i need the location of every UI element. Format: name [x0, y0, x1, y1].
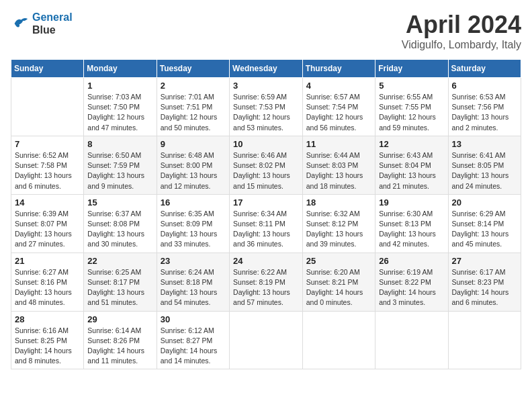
day-info: Sunrise: 6:34 AMSunset: 8:11 PMDaylight:… [233, 209, 299, 250]
day-number: 25 [306, 256, 371, 266]
day-number: 4 [306, 81, 371, 91]
day-number: 7 [15, 139, 80, 149]
day-number: 5 [379, 81, 444, 91]
calendar-cell: 20Sunrise: 6:29 AMSunset: 8:14 PMDayligh… [448, 194, 521, 253]
day-info: Sunrise: 7:01 AMSunset: 7:51 PMDaylight:… [161, 92, 226, 133]
day-number: 16 [161, 197, 226, 208]
logo-icon [11, 14, 30, 33]
calendar-cell: 27Sunrise: 6:17 AMSunset: 8:23 PMDayligh… [448, 253, 521, 311]
day-info: Sunrise: 6:32 AMSunset: 8:12 PMDaylight:… [306, 209, 371, 250]
calendar-cell: 8Sunrise: 6:50 AMSunset: 7:59 PMDaylight… [84, 136, 157, 194]
weekday-header: Monday [84, 60, 157, 78]
day-number: 19 [379, 197, 444, 208]
calendar-table: SundayMondayTuesdayWednesdayThursdayFrid… [11, 59, 521, 369]
weekday-header: Tuesday [157, 60, 229, 78]
calendar-week-row: 1Sunrise: 7:03 AMSunset: 7:50 PMDaylight… [11, 78, 521, 136]
day-info: Sunrise: 6:43 AMSunset: 8:04 PMDaylight:… [379, 150, 444, 191]
logo: General Blue [11, 11, 73, 36]
day-number: 6 [452, 81, 517, 91]
day-number: 10 [233, 139, 299, 149]
day-number: 29 [87, 314, 152, 324]
calendar-cell: 11Sunrise: 6:44 AMSunset: 8:03 PMDayligh… [302, 136, 375, 194]
day-info: Sunrise: 6:20 AMSunset: 8:21 PMDaylight:… [306, 267, 371, 308]
calendar-cell: 16Sunrise: 6:35 AMSunset: 8:09 PMDayligh… [157, 194, 229, 253]
weekday-header: Sunday [11, 60, 84, 78]
day-number: 3 [233, 81, 299, 91]
calendar-cell: 13Sunrise: 6:41 AMSunset: 8:05 PMDayligh… [448, 136, 521, 194]
calendar-cell: 17Sunrise: 6:34 AMSunset: 8:11 PMDayligh… [230, 194, 303, 253]
calendar-cell: 28Sunrise: 6:16 AMSunset: 8:25 PMDayligh… [11, 311, 84, 369]
day-info: Sunrise: 6:14 AMSunset: 8:26 PMDaylight:… [87, 326, 152, 367]
calendar-cell: 18Sunrise: 6:32 AMSunset: 8:12 PMDayligh… [302, 194, 375, 253]
day-number: 28 [15, 314, 80, 324]
calendar-cell: 2Sunrise: 7:01 AMSunset: 7:51 PMDaylight… [157, 78, 229, 136]
day-number: 22 [87, 256, 152, 266]
day-info: Sunrise: 6:59 AMSunset: 7:53 PMDaylight:… [233, 92, 299, 133]
calendar-week-row: 21Sunrise: 6:27 AMSunset: 8:16 PMDayligh… [11, 253, 521, 311]
day-info: Sunrise: 7:03 AMSunset: 7:50 PMDaylight:… [87, 92, 152, 133]
day-info: Sunrise: 6:35 AMSunset: 8:09 PMDaylight:… [161, 209, 226, 250]
day-number: 9 [161, 139, 226, 149]
calendar-cell: 29Sunrise: 6:14 AMSunset: 8:26 PMDayligh… [84, 311, 157, 369]
calendar-cell: 26Sunrise: 6:19 AMSunset: 8:22 PMDayligh… [375, 253, 448, 311]
day-number: 17 [233, 197, 299, 208]
calendar-cell [230, 311, 303, 369]
calendar-cell: 12Sunrise: 6:43 AMSunset: 8:04 PMDayligh… [375, 136, 448, 194]
day-info: Sunrise: 6:44 AMSunset: 8:03 PMDaylight:… [306, 150, 371, 191]
day-info: Sunrise: 6:52 AMSunset: 7:58 PMDaylight:… [15, 150, 80, 191]
calendar-cell: 10Sunrise: 6:46 AMSunset: 8:02 PMDayligh… [230, 136, 303, 194]
calendar-cell: 7Sunrise: 6:52 AMSunset: 7:58 PMDaylight… [11, 136, 84, 194]
calendar-cell: 6Sunrise: 6:53 AMSunset: 7:56 PMDaylight… [448, 78, 521, 136]
calendar-cell: 15Sunrise: 6:37 AMSunset: 8:08 PMDayligh… [84, 194, 157, 253]
calendar-cell: 14Sunrise: 6:39 AMSunset: 8:07 PMDayligh… [11, 194, 84, 253]
day-info: Sunrise: 6:39 AMSunset: 8:07 PMDaylight:… [15, 209, 80, 250]
day-info: Sunrise: 6:29 AMSunset: 8:14 PMDaylight:… [452, 209, 517, 250]
day-number: 21 [15, 256, 80, 266]
title-block: April 2024 Vidigulfo, Lombardy, Italy [402, 11, 521, 51]
day-info: Sunrise: 6:55 AMSunset: 7:55 PMDaylight:… [379, 92, 444, 133]
day-info: Sunrise: 6:57 AMSunset: 7:54 PMDaylight:… [306, 92, 371, 133]
location-title: Vidigulfo, Lombardy, Italy [402, 39, 521, 51]
day-number: 23 [161, 256, 226, 266]
day-info: Sunrise: 6:53 AMSunset: 7:56 PMDaylight:… [452, 92, 517, 133]
day-number: 12 [379, 139, 444, 149]
calendar-week-row: 28Sunrise: 6:16 AMSunset: 8:25 PMDayligh… [11, 311, 521, 369]
logo-text: General Blue [32, 11, 73, 36]
calendar-header-row: SundayMondayTuesdayWednesdayThursdayFrid… [11, 60, 521, 78]
day-number: 27 [452, 256, 517, 266]
day-info: Sunrise: 6:46 AMSunset: 8:02 PMDaylight:… [233, 150, 299, 191]
calendar-cell [11, 78, 84, 136]
month-title: April 2024 [402, 11, 521, 39]
calendar-cell: 25Sunrise: 6:20 AMSunset: 8:21 PMDayligh… [302, 253, 375, 311]
day-info: Sunrise: 6:30 AMSunset: 8:13 PMDaylight:… [379, 209, 444, 250]
day-info: Sunrise: 6:24 AMSunset: 8:18 PMDaylight:… [161, 267, 226, 308]
day-info: Sunrise: 6:25 AMSunset: 8:17 PMDaylight:… [87, 267, 152, 308]
day-number: 11 [306, 139, 371, 149]
calendar-cell: 30Sunrise: 6:12 AMSunset: 8:27 PMDayligh… [157, 311, 229, 369]
day-info: Sunrise: 6:12 AMSunset: 8:27 PMDaylight:… [161, 326, 226, 367]
day-info: Sunrise: 6:16 AMSunset: 8:25 PMDaylight:… [15, 326, 80, 367]
calendar-cell: 1Sunrise: 7:03 AMSunset: 7:50 PMDaylight… [84, 78, 157, 136]
day-number: 18 [306, 197, 371, 208]
calendar-cell: 9Sunrise: 6:48 AMSunset: 8:00 PMDaylight… [157, 136, 229, 194]
day-info: Sunrise: 6:22 AMSunset: 8:19 PMDaylight:… [233, 267, 299, 308]
day-info: Sunrise: 6:37 AMSunset: 8:08 PMDaylight:… [87, 209, 152, 250]
day-number: 2 [161, 81, 226, 91]
day-info: Sunrise: 6:17 AMSunset: 8:23 PMDaylight:… [452, 267, 517, 308]
calendar-cell: 22Sunrise: 6:25 AMSunset: 8:17 PMDayligh… [84, 253, 157, 311]
day-number: 15 [87, 197, 152, 208]
day-number: 8 [87, 139, 152, 149]
calendar-cell: 3Sunrise: 6:59 AMSunset: 7:53 PMDaylight… [230, 78, 303, 136]
calendar-week-row: 7Sunrise: 6:52 AMSunset: 7:58 PMDaylight… [11, 136, 521, 194]
calendar-week-row: 14Sunrise: 6:39 AMSunset: 8:07 PMDayligh… [11, 194, 521, 253]
calendar-cell [302, 311, 375, 369]
calendar-cell [448, 311, 521, 369]
day-info: Sunrise: 6:27 AMSunset: 8:16 PMDaylight:… [15, 267, 80, 308]
page-header: General Blue April 2024 Vidigulfo, Lomba… [11, 11, 521, 51]
weekday-header: Saturday [448, 60, 521, 78]
weekday-header: Friday [375, 60, 448, 78]
day-number: 20 [452, 197, 517, 208]
day-info: Sunrise: 6:50 AMSunset: 7:59 PMDaylight:… [87, 150, 152, 191]
calendar-cell: 5Sunrise: 6:55 AMSunset: 7:55 PMDaylight… [375, 78, 448, 136]
weekday-header: Thursday [302, 60, 375, 78]
